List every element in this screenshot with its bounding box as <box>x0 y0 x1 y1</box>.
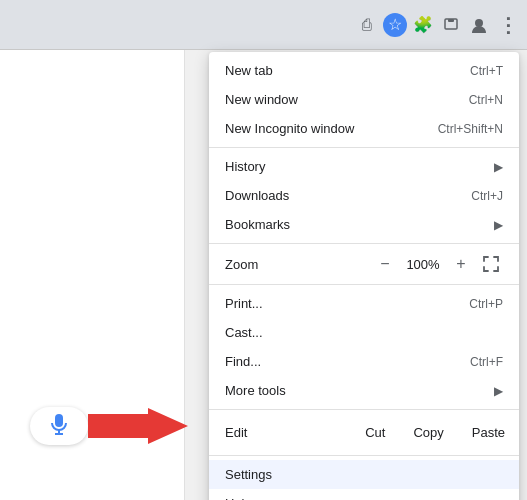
tabstrip-icon[interactable] <box>439 13 463 37</box>
bookmarks-label: Bookmarks <box>225 217 290 232</box>
profile-icon[interactable] <box>467 13 491 37</box>
new-incognito-label: New Incognito window <box>225 121 354 136</box>
menu-section-zoom: Zoom − 100% + <box>209 244 519 285</box>
print-label: Print... <box>225 296 263 311</box>
toolbar-icons: ⎙ ☆ 🧩 ⋮ <box>355 13 519 37</box>
edit-label: Edit <box>209 418 351 447</box>
context-menu: New tab Ctrl+T New window Ctrl+N New Inc… <box>209 52 519 500</box>
zoom-controls: − 100% + <box>373 252 473 276</box>
menu-item-cast[interactable]: Cast... <box>209 318 519 347</box>
menu-item-new-window[interactable]: New window Ctrl+N <box>209 85 519 114</box>
menu-item-downloads[interactable]: Downloads Ctrl+J <box>209 181 519 210</box>
menu-item-bookmarks[interactable]: Bookmarks ▶ <box>209 210 519 239</box>
find-shortcut: Ctrl+F <box>470 355 503 369</box>
menu-item-print[interactable]: Print... Ctrl+P <box>209 289 519 318</box>
zoom-label: Zoom <box>225 257 373 272</box>
menu-item-new-incognito[interactable]: New Incognito window Ctrl+Shift+N <box>209 114 519 143</box>
downloads-shortcut: Ctrl+J <box>471 189 503 203</box>
history-label: History <box>225 159 265 174</box>
more-tools-label: More tools <box>225 383 286 398</box>
new-incognito-shortcut: Ctrl+Shift+N <box>438 122 503 136</box>
zoom-fullscreen-button[interactable] <box>479 252 503 276</box>
help-label: Help <box>225 496 252 500</box>
share-icon[interactable]: ⎙ <box>355 13 379 37</box>
bookmark-icon[interactable]: ☆ <box>383 13 407 37</box>
menu-section-tools: Print... Ctrl+P Cast... Find... Ctrl+F M… <box>209 285 519 410</box>
menu-item-more-tools[interactable]: More tools ▶ <box>209 376 519 405</box>
paste-button[interactable]: Paste <box>458 418 519 447</box>
svg-point-2 <box>475 19 483 27</box>
settings-label: Settings <box>225 467 272 482</box>
zoom-row: Zoom − 100% + <box>209 248 519 280</box>
history-arrow: ▶ <box>494 160 503 174</box>
menu-item-help[interactable]: Help ▶ <box>209 489 519 500</box>
svg-rect-1 <box>448 19 454 22</box>
svg-marker-6 <box>88 408 188 444</box>
new-window-shortcut: Ctrl+N <box>469 93 503 107</box>
edit-actions: Cut Copy Paste <box>351 418 519 447</box>
menu-item-settings[interactable]: Settings <box>209 460 519 489</box>
find-label: Find... <box>225 354 261 369</box>
cut-button[interactable]: Cut <box>351 418 399 447</box>
cast-label: Cast... <box>225 325 263 340</box>
menu-section-settings: Settings Help ▶ <box>209 456 519 500</box>
zoom-in-button[interactable]: + <box>449 252 473 276</box>
more-tools-arrow: ▶ <box>494 384 503 398</box>
copy-button[interactable]: Copy <box>399 418 457 447</box>
menu-section-new: New tab Ctrl+T New window Ctrl+N New Inc… <box>209 52 519 148</box>
new-window-label: New window <box>225 92 298 107</box>
menu-section-nav: History ▶ Downloads Ctrl+J Bookmarks ▶ <box>209 148 519 244</box>
help-arrow: ▶ <box>494 497 503 501</box>
bookmarks-arrow: ▶ <box>494 218 503 232</box>
menu-section-edit: Edit Cut Copy Paste <box>209 410 519 456</box>
new-tab-label: New tab <box>225 63 273 78</box>
edit-row: Edit Cut Copy Paste <box>209 414 519 451</box>
extension-icon[interactable]: 🧩 <box>411 13 435 37</box>
mic-button[interactable] <box>30 407 88 445</box>
browser-toolbar: ⎙ ☆ 🧩 ⋮ <box>0 0 527 50</box>
mic-icon <box>50 413 68 440</box>
menu-item-find[interactable]: Find... Ctrl+F <box>209 347 519 376</box>
menu-item-new-tab[interactable]: New tab Ctrl+T <box>209 56 519 85</box>
new-tab-shortcut: Ctrl+T <box>470 64 503 78</box>
zoom-value: 100% <box>405 257 441 272</box>
more-menu-icon[interactable]: ⋮ <box>495 13 519 37</box>
arrow-indicator <box>88 408 188 444</box>
print-shortcut: Ctrl+P <box>469 297 503 311</box>
zoom-out-button[interactable]: − <box>373 252 397 276</box>
svg-rect-3 <box>55 414 63 427</box>
menu-item-history[interactable]: History ▶ <box>209 152 519 181</box>
downloads-label: Downloads <box>225 188 289 203</box>
